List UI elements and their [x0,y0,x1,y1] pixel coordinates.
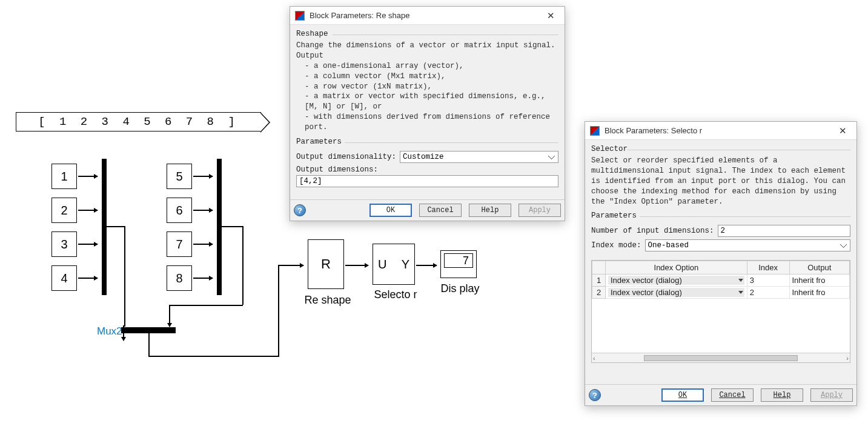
wire [124,226,125,327]
index-value-cell[interactable]: 3 [747,275,789,287]
output-size-cell[interactable]: Inherit fro [789,287,850,299]
help-button[interactable]: Help [761,388,803,402]
demux-a-port-1: 1 [51,164,77,189]
display-value: 7 [444,253,473,268]
demux-a-port-2: 2 [51,198,77,223]
wire [345,265,368,266]
selector-dialog: Block Parameters: Selecto r ✕ Selector S… [585,121,857,406]
index-mode-label: Index mode: [591,241,641,250]
table-row[interactable]: 1 Index vector (dialog) 3 Inherit fro [592,275,850,287]
num-input-dims-label: Number of input dimensions: [591,227,714,235]
mux-b-bar[interactable] [217,159,222,295]
wire [193,176,213,177]
output-dimensionality-label: Output dimensionality: [296,153,396,161]
display-block-label: Dis play [437,282,483,295]
close-icon[interactable]: ✕ [542,7,560,25]
simulink-icon [295,11,305,21]
help-button[interactable]: Help [469,204,511,217]
demux-b-port-5: 5 [167,164,192,189]
constant-source-text: [ 1 2 3 4 5 6 7 8 ] [38,115,239,128]
wire [170,305,171,327]
demux-b-port-6: 6 [167,198,192,223]
output-size-cell[interactable]: Inherit fro [789,275,850,287]
reshape-block-label: Re shape [300,294,355,307]
col-index-option: Index Option [606,261,747,275]
wire [416,265,437,266]
simulink-icon [590,126,600,136]
reshape-description: Change the dimensions of a vector or mat… [296,41,558,133]
close-icon[interactable]: ✕ [833,122,852,140]
horizontal-scrollbar[interactable]: ‹› [592,353,850,362]
ok-button[interactable]: OK [369,204,412,217]
demux-a-port-4: 4 [51,265,77,291]
wire [278,265,279,357]
help-icon[interactable]: ? [294,204,306,216]
mux2-bar[interactable] [121,327,176,333]
selector-dialog-title: Block Parameters: Selecto r [605,126,702,135]
apply-button[interactable]: Apply [518,204,561,217]
index-option-cell[interactable]: Index vector (dialog) [606,287,747,299]
selector-block[interactable]: U Y [373,244,415,285]
wire [278,265,303,266]
wire [148,356,279,357]
demux-b-port-8: 8 [167,265,192,291]
col-index: Index [747,261,789,275]
chevron-down-icon [738,279,743,282]
wire [170,305,243,306]
table-row[interactable]: 2 Index vector (dialog) 2 Inherit fro [592,287,850,299]
output-dimensionality-select[interactable]: Customize [400,151,558,163]
apply-button[interactable]: Apply [810,388,853,402]
demux-a-port-3: 3 [51,231,77,257]
wire [78,278,98,279]
selector-block-label: Selecto r [368,288,423,301]
index-option-table[interactable]: Index Option Index Output 1 Index vector… [591,260,850,363]
wire [78,176,98,177]
parameters-group-label: Parameters [296,136,558,148]
num-input-dims-input[interactable] [718,225,850,237]
parameters-group-label: Parameters [591,210,850,222]
index-value-cell[interactable]: 2 [747,287,789,299]
wire [193,210,213,211]
wire [148,333,150,356]
reshape-dialog-title: Block Parameters: Re shape [310,11,409,20]
reshape-dialog: Block Parameters: Re shape ✕ Reshape Cha… [290,6,565,221]
table-header-row: Index Option Index Output [592,261,850,275]
wire [222,226,243,227]
wire [78,210,98,211]
demux-b-port-7: 7 [167,231,192,257]
reshape-dialog-titlebar[interactable]: Block Parameters: Re shape ✕ [290,7,565,25]
wire [193,244,213,245]
ok-button[interactable]: OK [661,388,704,402]
wire [193,278,213,279]
index-option-cell[interactable]: Index vector (dialog) [606,275,747,287]
constant-source-block[interactable]: [ 1 2 3 4 5 6 7 8 ] [16,112,261,131]
output-dimensions-label: Output dimensions: [296,165,558,174]
mux2-label: Mux2 [97,325,122,338]
index-mode-select[interactable]: One-based [645,239,850,251]
help-icon[interactable]: ? [589,389,601,401]
chevron-down-icon [738,291,743,294]
cancel-button[interactable]: Cancel [419,204,462,217]
wire [78,244,98,245]
wire [242,226,244,305]
reshape-group-label: Reshape [296,28,558,41]
wire [107,226,125,227]
col-output: Output [789,261,850,275]
output-dimensions-input[interactable] [296,175,558,187]
selector-description: Select or reorder specified elements of … [591,156,850,207]
reshape-block[interactable]: R [308,239,344,289]
mux-a-bar[interactable] [102,159,107,295]
selector-group-label: Selector [591,144,850,156]
cancel-button[interactable]: Cancel [711,388,754,402]
selector-dialog-titlebar[interactable]: Block Parameters: Selecto r ✕ [585,122,856,140]
